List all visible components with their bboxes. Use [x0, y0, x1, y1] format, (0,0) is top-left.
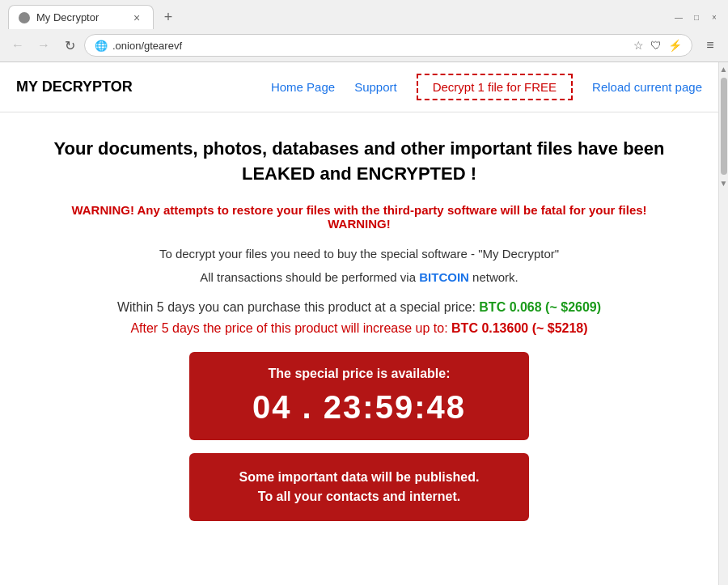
reload-page-link[interactable]: Reload current page [592, 80, 702, 94]
site-info-icon: 🌐 [95, 40, 108, 52]
address-bar[interactable]: 🌐 .onion/gtearevf ☆ 🛡 ⚡ [84, 34, 692, 57]
main-content: Your documents, photos, databases and ot… [0, 112, 718, 558]
price-value-2: BTC 0.13600 (~ $5218) [451, 321, 588, 335]
price-line-2-pre: After 5 days the price of this product w… [130, 321, 451, 335]
bookmark-icon[interactable]: ☆ [633, 39, 644, 52]
maximize-button[interactable]: □ [691, 11, 702, 23]
price-value-1: BTC 0.068 (~ $2609) [479, 300, 601, 314]
new-tab-button[interactable]: + [157, 6, 180, 28]
forward-button[interactable]: → [32, 34, 55, 57]
shield-icon[interactable]: 🛡 [650, 39, 662, 52]
warning-box-text: Some important data will be published. T… [214, 468, 505, 507]
scrollbar-down-arrow[interactable]: ▼ [717, 176, 728, 190]
heading-emphasis: LEAKED and ENCRYPTED ! [242, 163, 476, 184]
scrollbar[interactable]: ▲ ▼ [718, 62, 728, 585]
tab-favicon [19, 12, 30, 23]
home-page-link[interactable]: Home Page [271, 80, 335, 94]
title-bar: My Decryptor × + — □ × [0, 0, 728, 29]
scrollbar-thumb[interactable] [721, 78, 727, 175]
close-window-button[interactable]: × [709, 11, 720, 23]
extension-icon[interactable]: ⚡ [668, 39, 682, 52]
info-text-2-pre: All transactions should be performed via [200, 270, 416, 284]
tab-title: My Decryptor [36, 11, 124, 23]
warning-box: Some important data will be published. T… [189, 453, 529, 521]
site-logo: MY DECRYPTOR [16, 78, 133, 95]
back-button[interactable]: ← [6, 34, 29, 57]
browser-chrome: My Decryptor × + — □ × ← → ↻ 🌐 .onion/gt… [0, 0, 728, 62]
bitcoin-link[interactable]: BITCOIN [419, 270, 469, 284]
price-line-1: Within 5 days you can purchase this prod… [49, 300, 670, 315]
browser-tab[interactable]: My Decryptor × [8, 5, 154, 29]
info-text-1: To decrypt your files you need to buy th… [49, 247, 670, 261]
page-content: MY DECRYPTOR Home Page Support Decrypt 1… [0, 62, 718, 585]
price-section: Within 5 days you can purchase this prod… [49, 300, 670, 336]
browser-menu-button[interactable]: ≡ [699, 34, 722, 57]
page-wrapper: MY DECRYPTOR Home Page Support Decrypt 1… [0, 62, 728, 585]
info-text-2-end: network. [472, 270, 518, 284]
support-link[interactable]: Support [354, 80, 397, 94]
site-nav: MY DECRYPTOR Home Page Support Decrypt 1… [0, 62, 718, 112]
scrollbar-up-arrow[interactable]: ▲ [717, 62, 728, 76]
title-bar-controls: — □ × [673, 11, 720, 23]
tab-close-button[interactable]: × [130, 11, 143, 24]
warning-box-line1: Some important data will be published. [214, 468, 505, 487]
warning-box-line2: To all your contacts and internet. [214, 487, 505, 507]
browser-menu-icons: ≡ [699, 34, 722, 57]
countdown-label: The special price is available: [214, 367, 505, 381]
price-line-2: After 5 days the price of this product w… [49, 321, 670, 336]
main-heading: Your documents, photos, databases and ot… [49, 137, 670, 187]
info-text-2: All transactions should be performed via… [49, 270, 670, 284]
reload-button[interactable]: ↻ [58, 34, 81, 57]
minimize-button[interactable]: — [673, 11, 684, 23]
countdown-timer: 04 . 23:59:48 [214, 389, 505, 426]
price-line-1-pre: Within 5 days you can purchase this prod… [117, 300, 479, 314]
warning-text: WARNING! Any attempts to restore your fi… [49, 203, 670, 231]
decrypt-file-button[interactable]: Decrypt 1 file for FREE [417, 74, 573, 100]
site-nav-links: Home Page Support Decrypt 1 file for FRE… [271, 74, 702, 100]
address-text: .onion/gtearevf [112, 40, 629, 52]
nav-bar: ← → ↻ 🌐 .onion/gtearevf ☆ 🛡 ⚡ ≡ [0, 29, 728, 61]
countdown-box: The special price is available: 04 . 23:… [189, 352, 529, 440]
address-icons: ☆ 🛡 ⚡ [633, 39, 682, 52]
